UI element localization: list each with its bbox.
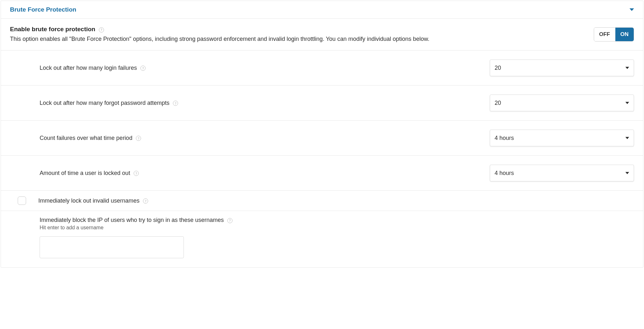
lockout-time-row: Amount of time a user is locked out ? 4 … <box>1 156 643 191</box>
lockout-time-value: 4 hours <box>495 170 514 177</box>
panel-title: Brute Force Protection <box>10 6 76 13</box>
forgot-attempts-label: Lock out after how many forgot password … <box>40 100 178 106</box>
collapse-icon <box>630 8 634 11</box>
forgot-attempts-row: Lock out after how many forgot password … <box>1 86 643 121</box>
count-period-row: Count failures over what time period ? 4… <box>1 121 643 156</box>
help-icon[interactable]: ? <box>227 218 232 223</box>
block-ip-row: Immediately block the IP of users who tr… <box>1 211 643 267</box>
lockout-time-select[interactable]: 4 hours <box>490 165 634 181</box>
login-failures-label: Lock out after how many login failures ? <box>40 65 146 71</box>
enable-toggle[interactable]: OFF ON <box>594 27 634 41</box>
lock-invalid-row: Immediately lock out invalid usernames ? <box>1 191 643 211</box>
block-ip-input[interactable] <box>40 236 184 258</box>
forgot-attempts-value: 20 <box>495 100 501 106</box>
toggle-on-button[interactable]: ON <box>615 28 634 41</box>
enable-description: This option enables all "Brute Force Pro… <box>10 35 587 43</box>
panel-header[interactable]: Brute Force Protection <box>1 1 643 19</box>
forgot-attempts-select[interactable]: 20 <box>490 95 634 111</box>
lock-invalid-checkbox[interactable] <box>18 196 26 205</box>
help-icon[interactable]: ? <box>136 136 141 141</box>
enable-title: Enable brute force protection <box>10 26 95 32</box>
chevron-down-icon <box>625 67 629 69</box>
enable-row: Enable brute force protection ? This opt… <box>1 19 643 50</box>
help-icon[interactable]: ? <box>134 171 139 176</box>
chevron-down-icon <box>625 102 629 104</box>
help-icon[interactable]: ? <box>99 27 104 32</box>
chevron-down-icon <box>625 172 629 174</box>
count-period-label: Count failures over what time period ? <box>40 135 141 142</box>
chevron-down-icon <box>625 137 629 139</box>
lockout-time-label: Amount of time a user is locked out ? <box>40 170 139 177</box>
login-failures-row: Lock out after how many login failures ?… <box>1 50 643 86</box>
count-period-value: 4 hours <box>495 135 514 142</box>
toggle-off-button[interactable]: OFF <box>594 28 615 41</box>
block-ip-label: Immediately block the IP of users who tr… <box>40 217 232 224</box>
help-icon[interactable]: ? <box>143 198 148 204</box>
brute-force-panel: Brute Force Protection Enable brute forc… <box>1 1 643 268</box>
login-failures-value: 20 <box>495 65 501 71</box>
enable-text: Enable brute force protection ? This opt… <box>10 26 594 43</box>
help-icon[interactable]: ? <box>173 101 178 106</box>
count-period-select[interactable]: 4 hours <box>490 130 634 146</box>
help-icon[interactable]: ? <box>140 66 146 71</box>
login-failures-select[interactable]: 20 <box>490 59 634 76</box>
lock-invalid-label: Immediately lock out invalid usernames ? <box>38 197 148 204</box>
block-ip-hint: Hit enter to add a username <box>40 225 103 231</box>
